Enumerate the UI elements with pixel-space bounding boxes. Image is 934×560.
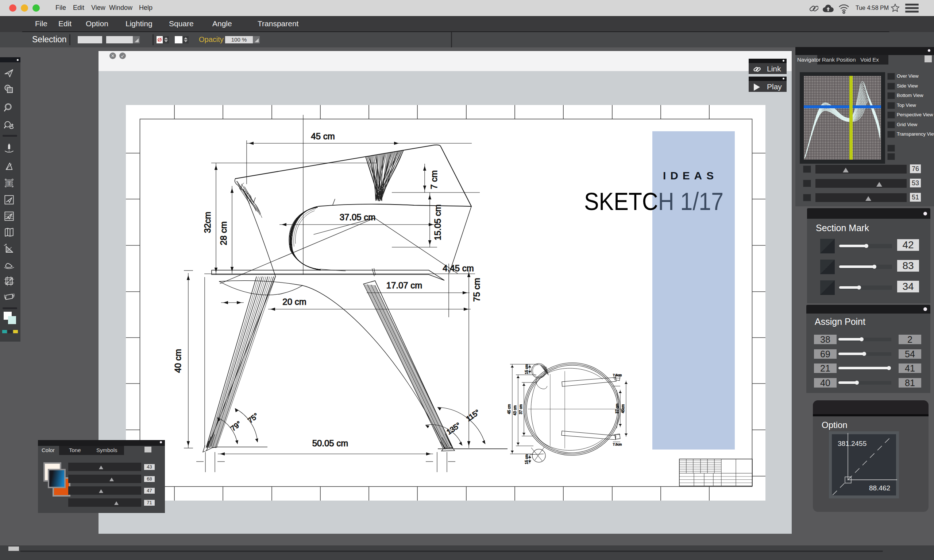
svg-text:17.07 cm: 17.07 cm: [386, 280, 422, 290]
svg-text:T: T: [7, 180, 11, 186]
svg-text:20 cm: 20 cm: [282, 297, 306, 307]
svg-text:37.05 cm: 37.05 cm: [340, 212, 376, 222]
svg-text:115°: 115°: [464, 408, 481, 423]
svg-text:15 cm: 15 cm: [525, 454, 529, 464]
svg-text:75 cm: 75 cm: [472, 278, 482, 302]
svg-text:7.5cm: 7.5cm: [613, 373, 622, 377]
svg-text:381.2455: 381.2455: [838, 440, 866, 447]
svg-text:75°: 75°: [246, 412, 260, 425]
svg-text:43 cm: 43 cm: [513, 405, 517, 415]
svg-text:4.45 cm: 4.45 cm: [442, 263, 473, 273]
svg-text:135°: 135°: [445, 421, 462, 436]
svg-text:15.05 cm: 15.05 cm: [433, 205, 442, 241]
svg-text:45 cm: 45 cm: [311, 131, 334, 141]
svg-text:7.5cm: 7.5cm: [613, 443, 622, 446]
svg-text:15 cm: 15 cm: [525, 364, 529, 374]
svg-text:IDEAS: IDEAS: [663, 169, 718, 182]
svg-text:28 cm: 28 cm: [219, 221, 228, 245]
svg-text:88.462: 88.462: [869, 484, 890, 492]
svg-text:50.05 cm: 50.05 cm: [312, 438, 348, 448]
svg-text:37 cm: 37 cm: [519, 404, 523, 414]
svg-text:37 cm: 37 cm: [615, 404, 619, 414]
svg-text:45 cm: 45 cm: [507, 404, 511, 414]
svg-text:40 cm: 40 cm: [173, 349, 183, 372]
svg-text:45cm: 45cm: [621, 404, 625, 413]
svg-text:32cm: 32cm: [202, 212, 212, 233]
svg-text:7 cm: 7 cm: [429, 170, 439, 189]
svg-text:79°: 79°: [229, 420, 243, 433]
svg-text:SKETCH 1/17: SKETCH 1/17: [584, 188, 723, 215]
